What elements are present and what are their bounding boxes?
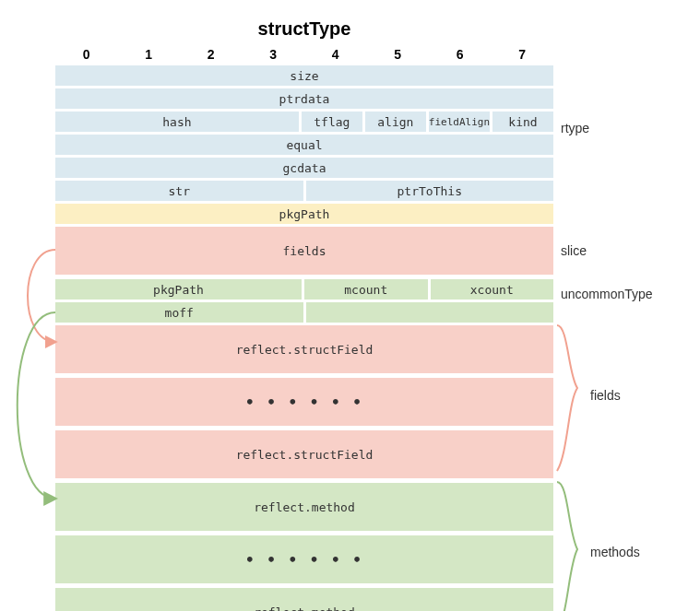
field-mcount: mcount xyxy=(304,279,428,300)
field-equal: equal xyxy=(55,135,553,155)
field-hash: hash xyxy=(55,112,299,132)
label-fields: fields xyxy=(590,388,621,403)
diagram-title: structType xyxy=(55,18,553,40)
field-pad xyxy=(306,302,554,323)
col-header-0: 0 xyxy=(55,47,118,62)
field-method-dots: • • • • • • xyxy=(55,535,553,583)
field-fields: fields xyxy=(55,227,553,275)
row-gcdata: gcdata xyxy=(55,158,553,178)
col-header-2: 2 xyxy=(180,47,243,62)
brace-fields xyxy=(557,325,577,471)
field-method-2: reflect.method xyxy=(55,588,553,611)
brace-methods xyxy=(557,482,577,611)
field-ptrtothis: ptrToThis xyxy=(306,181,554,201)
col-header-1: 1 xyxy=(118,47,181,62)
field-align: align xyxy=(365,112,426,132)
column-headers: 0 1 2 3 4 5 6 7 xyxy=(55,47,553,62)
col-header-7: 7 xyxy=(492,47,554,62)
field-ptrdata: ptrdata xyxy=(55,88,553,109)
field-moff: moff xyxy=(55,302,303,323)
label-methods: methods xyxy=(590,545,640,559)
col-header-5: 5 xyxy=(367,47,430,62)
field-gcdata: gcdata xyxy=(55,158,553,178)
field-structfield-2: reflect.structField xyxy=(55,430,553,478)
row-pkgpath: pkgPath xyxy=(55,204,553,224)
col-header-3: 3 xyxy=(243,47,305,62)
field-tflag: tflag xyxy=(302,112,362,132)
row-method-1: reflect.method xyxy=(55,483,553,531)
field-str: str xyxy=(55,181,303,201)
arrow-methods xyxy=(18,312,55,499)
field-size: size xyxy=(55,65,553,86)
row-method-2: reflect.method xyxy=(55,588,553,611)
row-size: size xyxy=(55,65,553,86)
field-upkgpath: pkgPath xyxy=(55,279,302,300)
field-structfield-1: reflect.structField xyxy=(55,325,553,373)
field-structfield-dots: • • • • • • xyxy=(55,378,553,426)
row-uncommon2: moff xyxy=(55,302,553,323)
arrow-fields xyxy=(28,250,55,342)
row-equal: equal xyxy=(55,135,553,155)
row-hash: hash tflag align fieldAlign kind xyxy=(55,112,553,132)
col-header-6: 6 xyxy=(429,47,492,62)
label-uncommon: uncommonType xyxy=(561,287,653,301)
row-structfield-dots: • • • • • • xyxy=(55,378,553,426)
field-kind: kind xyxy=(492,112,553,132)
row-fields: fields xyxy=(55,227,553,275)
col-header-4: 4 xyxy=(304,47,367,62)
row-structfield-2: reflect.structField xyxy=(55,430,553,478)
field-fieldalign: fieldAlign xyxy=(429,112,490,132)
label-rtype: rtype xyxy=(561,121,589,135)
field-method-1: reflect.method xyxy=(55,483,553,531)
field-xcount: xcount xyxy=(431,279,554,300)
row-str: str ptrToThis xyxy=(55,181,553,201)
label-slice: slice xyxy=(561,243,587,258)
row-uncommon1: pkgPath mcount xcount xyxy=(55,279,553,300)
row-ptrdata: ptrdata xyxy=(55,88,553,109)
row-structfield-1: reflect.structField xyxy=(55,325,553,373)
field-pkgpath: pkgPath xyxy=(55,204,553,224)
row-method-dots: • • • • • • xyxy=(55,535,553,583)
